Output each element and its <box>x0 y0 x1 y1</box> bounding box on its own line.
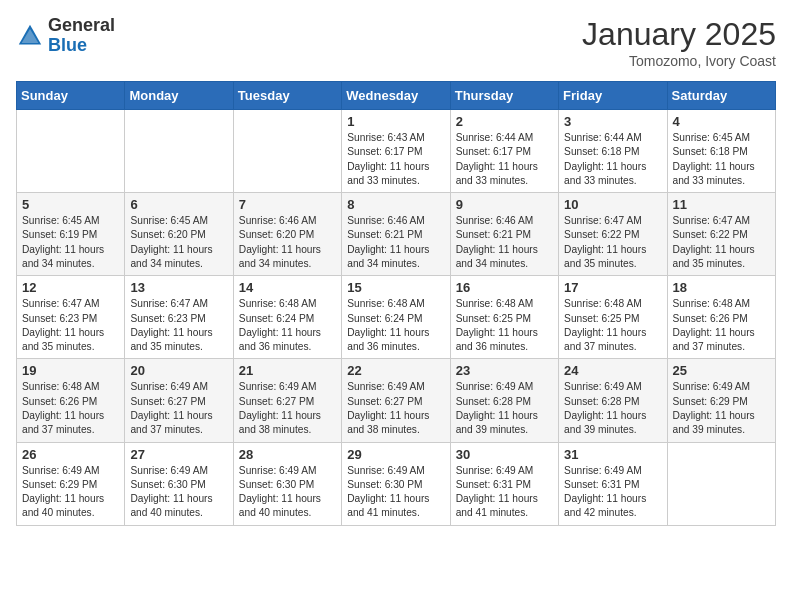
day-info: Sunrise: 6:49 AMSunset: 6:27 PMDaylight:… <box>239 380 336 437</box>
calendar-week-5: 26Sunrise: 6:49 AMSunset: 6:29 PMDayligh… <box>17 442 776 525</box>
day-number: 12 <box>22 280 119 295</box>
calendar-cell: 1Sunrise: 6:43 AMSunset: 6:17 PMDaylight… <box>342 110 450 193</box>
day-info: Sunrise: 6:49 AMSunset: 6:27 PMDaylight:… <box>347 380 444 437</box>
calendar-cell <box>233 110 341 193</box>
day-number: 9 <box>456 197 553 212</box>
day-info: Sunrise: 6:48 AMSunset: 6:26 PMDaylight:… <box>673 297 770 354</box>
calendar-cell: 19Sunrise: 6:48 AMSunset: 6:26 PMDayligh… <box>17 359 125 442</box>
weekday-header-saturday: Saturday <box>667 82 775 110</box>
day-number: 8 <box>347 197 444 212</box>
day-info: Sunrise: 6:44 AMSunset: 6:17 PMDaylight:… <box>456 131 553 188</box>
calendar-cell: 14Sunrise: 6:48 AMSunset: 6:24 PMDayligh… <box>233 276 341 359</box>
calendar-cell: 22Sunrise: 6:49 AMSunset: 6:27 PMDayligh… <box>342 359 450 442</box>
weekday-header-thursday: Thursday <box>450 82 558 110</box>
calendar-cell: 17Sunrise: 6:48 AMSunset: 6:25 PMDayligh… <box>559 276 667 359</box>
weekday-header-friday: Friday <box>559 82 667 110</box>
day-number: 5 <box>22 197 119 212</box>
day-info: Sunrise: 6:49 AMSunset: 6:30 PMDaylight:… <box>130 464 227 521</box>
day-number: 2 <box>456 114 553 129</box>
day-info: Sunrise: 6:46 AMSunset: 6:21 PMDaylight:… <box>456 214 553 271</box>
day-number: 25 <box>673 363 770 378</box>
day-number: 30 <box>456 447 553 462</box>
month-title: January 2025 <box>582 16 776 53</box>
day-info: Sunrise: 6:49 AMSunset: 6:28 PMDaylight:… <box>456 380 553 437</box>
weekday-header-wednesday: Wednesday <box>342 82 450 110</box>
logo-icon <box>16 22 44 50</box>
day-info: Sunrise: 6:49 AMSunset: 6:31 PMDaylight:… <box>456 464 553 521</box>
day-info: Sunrise: 6:47 AMSunset: 6:23 PMDaylight:… <box>130 297 227 354</box>
calendar-cell: 11Sunrise: 6:47 AMSunset: 6:22 PMDayligh… <box>667 193 775 276</box>
calendar-cell <box>125 110 233 193</box>
calendar-cell <box>17 110 125 193</box>
day-number: 1 <box>347 114 444 129</box>
calendar-cell: 23Sunrise: 6:49 AMSunset: 6:28 PMDayligh… <box>450 359 558 442</box>
day-info: Sunrise: 6:49 AMSunset: 6:30 PMDaylight:… <box>239 464 336 521</box>
calendar-cell: 20Sunrise: 6:49 AMSunset: 6:27 PMDayligh… <box>125 359 233 442</box>
day-number: 16 <box>456 280 553 295</box>
weekday-header-monday: Monday <box>125 82 233 110</box>
calendar-cell: 6Sunrise: 6:45 AMSunset: 6:20 PMDaylight… <box>125 193 233 276</box>
calendar-cell: 30Sunrise: 6:49 AMSunset: 6:31 PMDayligh… <box>450 442 558 525</box>
day-number: 7 <box>239 197 336 212</box>
page-header: GeneralBlue January 2025 Tomozomo, Ivory… <box>16 16 776 69</box>
day-info: Sunrise: 6:49 AMSunset: 6:30 PMDaylight:… <box>347 464 444 521</box>
day-info: Sunrise: 6:49 AMSunset: 6:27 PMDaylight:… <box>130 380 227 437</box>
day-info: Sunrise: 6:48 AMSunset: 6:26 PMDaylight:… <box>22 380 119 437</box>
calendar-cell: 13Sunrise: 6:47 AMSunset: 6:23 PMDayligh… <box>125 276 233 359</box>
calendar-cell: 2Sunrise: 6:44 AMSunset: 6:17 PMDaylight… <box>450 110 558 193</box>
day-info: Sunrise: 6:47 AMSunset: 6:22 PMDaylight:… <box>564 214 661 271</box>
calendar-cell: 24Sunrise: 6:49 AMSunset: 6:28 PMDayligh… <box>559 359 667 442</box>
day-number: 10 <box>564 197 661 212</box>
day-number: 15 <box>347 280 444 295</box>
calendar-cell: 16Sunrise: 6:48 AMSunset: 6:25 PMDayligh… <box>450 276 558 359</box>
day-info: Sunrise: 6:48 AMSunset: 6:24 PMDaylight:… <box>239 297 336 354</box>
calendar-cell: 31Sunrise: 6:49 AMSunset: 6:31 PMDayligh… <box>559 442 667 525</box>
day-number: 28 <box>239 447 336 462</box>
day-number: 3 <box>564 114 661 129</box>
day-number: 4 <box>673 114 770 129</box>
calendar-cell <box>667 442 775 525</box>
day-number: 20 <box>130 363 227 378</box>
day-info: Sunrise: 6:45 AMSunset: 6:20 PMDaylight:… <box>130 214 227 271</box>
day-number: 24 <box>564 363 661 378</box>
calendar-cell: 25Sunrise: 6:49 AMSunset: 6:29 PMDayligh… <box>667 359 775 442</box>
day-info: Sunrise: 6:44 AMSunset: 6:18 PMDaylight:… <box>564 131 661 188</box>
day-number: 21 <box>239 363 336 378</box>
day-number: 27 <box>130 447 227 462</box>
day-info: Sunrise: 6:49 AMSunset: 6:29 PMDaylight:… <box>22 464 119 521</box>
calendar-cell: 18Sunrise: 6:48 AMSunset: 6:26 PMDayligh… <box>667 276 775 359</box>
calendar-table: SundayMondayTuesdayWednesdayThursdayFrid… <box>16 81 776 526</box>
calendar-week-3: 12Sunrise: 6:47 AMSunset: 6:23 PMDayligh… <box>17 276 776 359</box>
calendar-cell: 29Sunrise: 6:49 AMSunset: 6:30 PMDayligh… <box>342 442 450 525</box>
day-info: Sunrise: 6:49 AMSunset: 6:31 PMDaylight:… <box>564 464 661 521</box>
day-number: 17 <box>564 280 661 295</box>
calendar-week-2: 5Sunrise: 6:45 AMSunset: 6:19 PMDaylight… <box>17 193 776 276</box>
day-info: Sunrise: 6:45 AMSunset: 6:18 PMDaylight:… <box>673 131 770 188</box>
calendar-week-4: 19Sunrise: 6:48 AMSunset: 6:26 PMDayligh… <box>17 359 776 442</box>
day-number: 14 <box>239 280 336 295</box>
calendar-week-1: 1Sunrise: 6:43 AMSunset: 6:17 PMDaylight… <box>17 110 776 193</box>
day-number: 19 <box>22 363 119 378</box>
day-info: Sunrise: 6:47 AMSunset: 6:22 PMDaylight:… <box>673 214 770 271</box>
calendar-cell: 15Sunrise: 6:48 AMSunset: 6:24 PMDayligh… <box>342 276 450 359</box>
day-number: 26 <box>22 447 119 462</box>
day-number: 11 <box>673 197 770 212</box>
day-number: 22 <box>347 363 444 378</box>
calendar-cell: 3Sunrise: 6:44 AMSunset: 6:18 PMDaylight… <box>559 110 667 193</box>
weekday-header-row: SundayMondayTuesdayWednesdayThursdayFrid… <box>17 82 776 110</box>
calendar-cell: 26Sunrise: 6:49 AMSunset: 6:29 PMDayligh… <box>17 442 125 525</box>
day-info: Sunrise: 6:43 AMSunset: 6:17 PMDaylight:… <box>347 131 444 188</box>
calendar-cell: 27Sunrise: 6:49 AMSunset: 6:30 PMDayligh… <box>125 442 233 525</box>
day-info: Sunrise: 6:47 AMSunset: 6:23 PMDaylight:… <box>22 297 119 354</box>
title-block: January 2025 Tomozomo, Ivory Coast <box>582 16 776 69</box>
location: Tomozomo, Ivory Coast <box>582 53 776 69</box>
day-info: Sunrise: 6:46 AMSunset: 6:20 PMDaylight:… <box>239 214 336 271</box>
day-info: Sunrise: 6:48 AMSunset: 6:25 PMDaylight:… <box>456 297 553 354</box>
day-info: Sunrise: 6:48 AMSunset: 6:25 PMDaylight:… <box>564 297 661 354</box>
weekday-header-tuesday: Tuesday <box>233 82 341 110</box>
day-info: Sunrise: 6:49 AMSunset: 6:28 PMDaylight:… <box>564 380 661 437</box>
day-number: 29 <box>347 447 444 462</box>
calendar-cell: 21Sunrise: 6:49 AMSunset: 6:27 PMDayligh… <box>233 359 341 442</box>
calendar-cell: 4Sunrise: 6:45 AMSunset: 6:18 PMDaylight… <box>667 110 775 193</box>
day-number: 31 <box>564 447 661 462</box>
